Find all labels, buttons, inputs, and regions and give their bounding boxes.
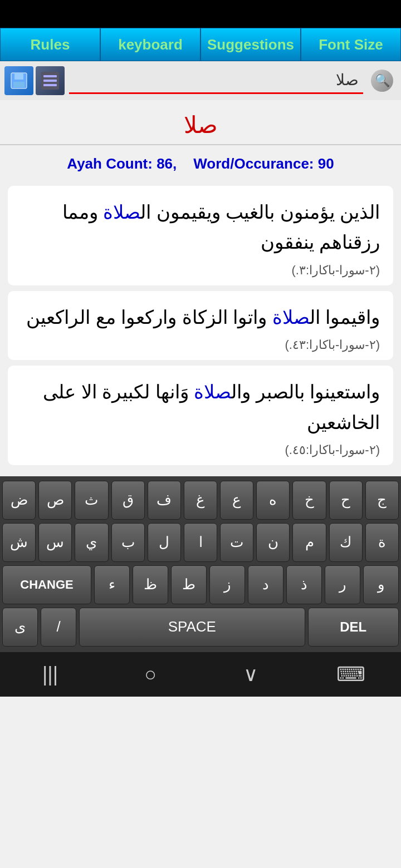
svg-rect-2: [13, 82, 25, 87]
search-button[interactable]: 🔍: [368, 66, 397, 95]
ayah-count: Ayah Count: 86,: [67, 155, 177, 172]
result-card-3[interactable]: واستعينوا بالصبر والصلاة وَانها لكبيرة ا…: [8, 366, 393, 465]
toolbar-icons: [4, 66, 65, 95]
ref-text-2: (٢-سورا-باكارا:٤٣.): [21, 338, 380, 352]
keyboard-nav-icon[interactable]: ⌨: [329, 658, 373, 691]
key-و[interactable]: و: [363, 565, 399, 604]
key-ص[interactable]: ص: [38, 481, 72, 520]
arabic-text-3: واستعينوا بالصبر والصلاة وَانها لكبيرة ا…: [21, 377, 380, 437]
change-button[interactable]: CHANGE: [2, 565, 91, 604]
result-card-2[interactable]: واقيموا الصلاة واتوا الزكاة واركعوا مع ا…: [8, 291, 393, 360]
search-bar: 🔍: [0, 61, 401, 100]
key-ع[interactable]: ع: [220, 481, 253, 520]
svg-rect-1: [14, 73, 23, 80]
arabic-text-2: واقيموا الصلاة واتوا الزكاة واركعوا مع ا…: [21, 302, 380, 332]
key-ا[interactable]: ا: [184, 523, 217, 562]
home-nav-icon[interactable]: ○: [128, 658, 173, 691]
svg-rect-6: [43, 84, 57, 86]
arabic-text-1: الذين يؤمنون بالغيب ويقيمون الصلاة ومما …: [21, 197, 380, 258]
key-ط[interactable]: ط: [171, 565, 207, 604]
key-ح[interactable]: ح: [329, 481, 363, 520]
key-ذ[interactable]: ذ: [286, 565, 322, 604]
stats-row: Ayah Count: 86, Word/Occurance: 90: [0, 151, 401, 180]
tab-font-size[interactable]: Font Size: [301, 28, 401, 61]
back-nav-icon[interactable]: |||: [28, 658, 72, 691]
keyboard-area: ض ص ث ق ف غ ع ه خ ح ج ش س ي ب ل ا ت ن م …: [0, 476, 401, 652]
key-ء[interactable]: ء: [94, 565, 130, 604]
space-button[interactable]: SPACE: [79, 608, 305, 647]
search-icon: 🔍: [371, 70, 393, 92]
tab-rules[interactable]: Rules: [0, 28, 100, 61]
down-nav-icon[interactable]: ∨: [228, 658, 273, 691]
keyboard-row-3: CHANGE ء ظ ط ز د ذ ر و: [2, 565, 399, 604]
save-icon[interactable]: [4, 66, 33, 95]
main-content: صلا Ayah Count: 86, Word/Occurance: 90 ا…: [0, 100, 401, 476]
key-د[interactable]: د: [248, 565, 283, 604]
keyboard-row-2: ش س ي ب ل ا ت ن م ك ة: [2, 523, 399, 562]
key-ت[interactable]: ت: [220, 523, 253, 562]
search-word-display: صلا: [0, 106, 401, 142]
word-occurance: Word/Occurance: 90: [193, 155, 334, 172]
svg-rect-5: [43, 80, 57, 82]
key-خ[interactable]: خ: [292, 481, 326, 520]
search-input[interactable]: [69, 67, 363, 94]
key-ف[interactable]: ف: [148, 481, 181, 520]
key-غ[interactable]: غ: [184, 481, 217, 520]
key-slash[interactable]: /: [41, 608, 76, 647]
search-input-wrapper: [69, 67, 363, 94]
key-ق[interactable]: ق: [111, 481, 145, 520]
tab-bar: Rules keyboard Suggestions Font Size: [0, 28, 401, 61]
list-icon[interactable]: [36, 66, 65, 95]
key-ك[interactable]: ك: [329, 523, 363, 562]
key-ب[interactable]: ب: [111, 523, 145, 562]
divider: [0, 144, 401, 145]
key-ي[interactable]: ي: [75, 523, 108, 562]
key-ة[interactable]: ة: [365, 523, 399, 562]
status-bar: [0, 0, 401, 28]
key-ز[interactable]: ز: [209, 565, 245, 604]
key-ه[interactable]: ه: [256, 481, 290, 520]
ref-text-3: (٢-سورا-باكارا:٤٥.): [21, 443, 380, 457]
key-م[interactable]: م: [292, 523, 326, 562]
nav-bar: ||| ○ ∨ ⌨: [0, 652, 401, 697]
key-ش[interactable]: ش: [2, 523, 36, 562]
key-س[interactable]: س: [38, 523, 72, 562]
key-ى[interactable]: ى: [2, 608, 38, 647]
keyboard-row-4: ى / SPACE DEL: [2, 608, 399, 647]
delete-button[interactable]: DEL: [308, 608, 399, 647]
svg-rect-4: [43, 75, 57, 77]
keyboard-row-1: ض ص ث ق ف غ ع ه خ ح ج: [2, 481, 399, 520]
key-ن[interactable]: ن: [256, 523, 290, 562]
ref-text-1: (٢-سورا-باكارا:٣.): [21, 263, 380, 278]
key-ل[interactable]: ل: [148, 523, 181, 562]
tab-keyboard[interactable]: keyboard: [100, 28, 200, 61]
key-ج[interactable]: ج: [365, 481, 399, 520]
tab-suggestions[interactable]: Suggestions: [200, 28, 301, 61]
key-ر[interactable]: ر: [325, 565, 360, 604]
key-ظ[interactable]: ظ: [133, 565, 168, 604]
key-ث[interactable]: ث: [75, 481, 108, 520]
key-ض[interactable]: ض: [2, 481, 36, 520]
result-card-1[interactable]: الذين يؤمنون بالغيب ويقيمون الصلاة ومما …: [8, 186, 393, 285]
